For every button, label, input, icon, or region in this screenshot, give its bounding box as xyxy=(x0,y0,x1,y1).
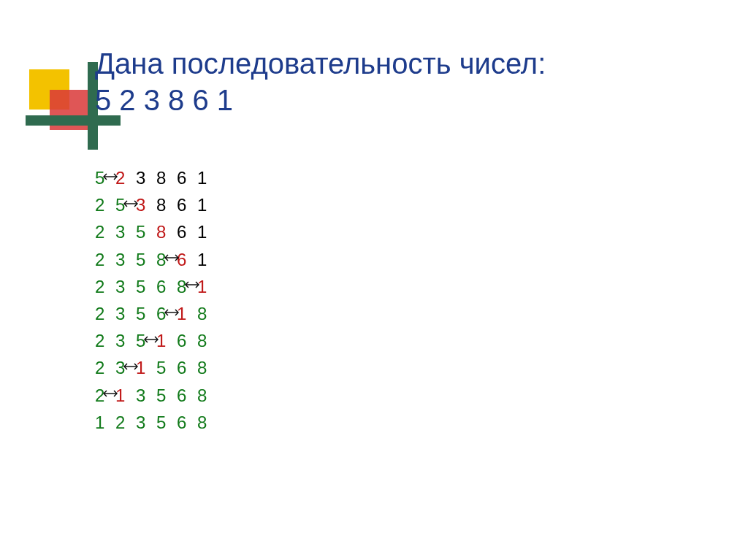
sort-step-row: 2 13568 xyxy=(95,382,218,409)
sequence-number: 5 xyxy=(136,246,156,273)
sequence-number: 1 xyxy=(197,164,218,191)
sequence-number: 3 xyxy=(115,218,136,245)
sequence-number: 6 xyxy=(177,409,197,436)
sequence-number: 6 xyxy=(177,354,197,381)
title-line-1: Дана последовательность чисел: xyxy=(95,45,546,82)
swap-arrow-icon xyxy=(123,363,139,370)
sequence-number: 3 xyxy=(136,164,156,191)
swap-arrow-icon xyxy=(164,309,180,316)
sequence-number: 6 xyxy=(156,273,177,300)
sequence-number: 5 xyxy=(136,300,156,327)
sort-step-row: 5 23861 xyxy=(95,164,218,191)
sequence-number: 1 xyxy=(197,218,218,245)
sequence-number: 6 xyxy=(177,191,197,218)
sort-step-row: 23568 1 xyxy=(95,273,218,300)
sequence-number: 2 xyxy=(115,409,136,436)
sequence-number: 1 xyxy=(197,191,218,218)
sort-step-row: 25 3861 xyxy=(95,191,218,218)
sort-step-row: 235 168 xyxy=(95,327,218,354)
swap-arrow-icon xyxy=(184,281,200,288)
sort-step-row: 235861 xyxy=(95,218,218,245)
sequence-number: 2 xyxy=(95,191,115,218)
sequence-number: 1 xyxy=(115,382,136,409)
sequence-number: 1 xyxy=(95,409,115,436)
sequence-number: 3 xyxy=(136,382,156,409)
sequence-number: 1 xyxy=(197,273,218,300)
sequence-number: 8 xyxy=(197,409,218,436)
sequence-number: 6 xyxy=(177,218,197,245)
sequence-number: 8 xyxy=(197,327,218,354)
sequence-number: 2 xyxy=(95,273,115,300)
sequence-number: 6 xyxy=(177,327,197,354)
sequence-number: 6 xyxy=(177,246,197,273)
sequence-number: 8 xyxy=(197,354,218,381)
title-line-2: 5 2 3 8 6 1 xyxy=(95,82,546,118)
sequence-number: 6 xyxy=(177,164,197,191)
sequence-number: 2 xyxy=(115,164,136,191)
sequence-number: 2 xyxy=(95,354,115,381)
sequence-number: 8 xyxy=(156,164,177,191)
sequence-number: 1 xyxy=(197,246,218,273)
sequence-number: 3 xyxy=(115,273,136,300)
sequence-number: 5 xyxy=(156,382,177,409)
sequence-number: 3 xyxy=(136,191,156,218)
sequence-number: 3 xyxy=(115,327,136,354)
sequence-number: 1 xyxy=(177,300,197,327)
swap-arrow-icon xyxy=(102,390,118,397)
sequence-number: 5 xyxy=(136,218,156,245)
sequence-number: 5 xyxy=(156,409,177,436)
swap-arrow-icon xyxy=(102,173,118,180)
sequence-number: 2 xyxy=(95,218,115,245)
sequence-number: 5 xyxy=(136,273,156,300)
sort-step-row: 2358 61 xyxy=(95,246,218,273)
sequence-number: 2 xyxy=(95,327,115,354)
sort-step-row: 2356 18 xyxy=(95,300,218,327)
sequence-number: 3 xyxy=(136,409,156,436)
sequence-number: 1 xyxy=(136,354,156,381)
sequence-number: 1 xyxy=(156,327,177,354)
sequence-number: 5 xyxy=(156,354,177,381)
swap-arrow-icon xyxy=(143,336,159,343)
sequence-number: 8 xyxy=(197,382,218,409)
sequence-number: 8 xyxy=(197,300,218,327)
sort-steps-block: 5 2386125 38612358612358 6123568 12356 1… xyxy=(95,164,218,436)
slide-title: Дана последовательность чисел: 5 2 3 8 6… xyxy=(95,45,546,118)
sequence-number: 3 xyxy=(115,246,136,273)
swap-arrow-icon xyxy=(123,200,139,207)
swap-arrow-icon xyxy=(164,254,180,261)
sequence-number: 2 xyxy=(95,246,115,273)
sequence-number: 8 xyxy=(156,218,177,245)
sort-step-row: 123568 xyxy=(95,409,218,436)
sort-step-row: 23 1568 xyxy=(95,354,218,381)
sequence-number: 6 xyxy=(177,382,197,409)
sequence-number: 2 xyxy=(95,300,115,327)
sequence-number: 8 xyxy=(156,191,177,218)
sequence-number: 3 xyxy=(115,300,136,327)
